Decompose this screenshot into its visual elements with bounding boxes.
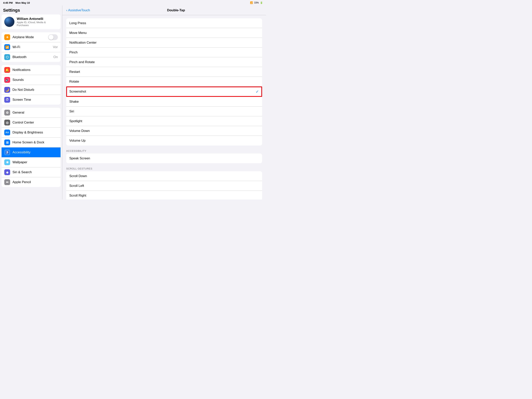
list-item-movemenu[interactable]: Move Menu	[66, 28, 262, 38]
sidebar-item-wifi[interactable]: 📶 Wi-Fi Vor	[1, 42, 61, 52]
status-bar: 4:45 PM Mon May 10 📶 33% 🔋	[0, 0, 266, 6]
wallpaper-icon: ❋	[4, 159, 10, 165]
screenshot-label: Screenshot	[69, 90, 86, 94]
list-item-restart[interactable]: Restart	[66, 67, 262, 77]
sidebar-item-airplane[interactable]: ✈ Airplane Mode	[1, 32, 61, 42]
content-area[interactable]: Long Press Move Menu Notification Center…	[62, 15, 266, 200]
scrollright-label: Scroll Right	[69, 194, 86, 198]
applepencil-icon: ✏	[4, 179, 10, 185]
avatar	[4, 17, 14, 27]
spotlight-label: Spotlight	[69, 119, 82, 123]
profile-section[interactable]: William Antonelli Apple ID, iCloud, Medi…	[1, 14, 61, 29]
sidebar-item-donotdisturb[interactable]: 🌙 Do Not Disturb	[1, 85, 61, 95]
notificationcenter-label: Notification Center	[69, 41, 97, 45]
donotdisturb-label: Do Not Disturb	[13, 88, 58, 92]
list-item-longpress[interactable]: Long Press	[66, 18, 262, 28]
sidebar-item-homescreen[interactable]: ⊞ Home Screen & Dock	[1, 138, 61, 148]
scrolldown-label: Scroll Down	[69, 174, 87, 178]
display-icon: AA	[4, 129, 10, 135]
accessibility-section-header: ACCESSIBILITY	[66, 149, 262, 154]
screentime-icon: ⏱	[4, 97, 10, 103]
accessibility-icon: ♿	[4, 149, 10, 155]
list-item-screenshot[interactable]: Screenshot ✓	[66, 86, 262, 97]
list-item-scrollright[interactable]: Scroll Right	[66, 191, 262, 200]
sidebar-item-screentime[interactable]: ⏱ Screen Time	[1, 95, 61, 105]
notifications-label: Notifications	[13, 68, 58, 72]
sidebar-item-wallpaper[interactable]: ❋ Wallpaper	[1, 157, 61, 167]
accessibility-list-group: Speak Screen	[66, 154, 262, 163]
sidebar-item-siri[interactable]: ◈ Siri & Search	[1, 167, 61, 177]
homescreen-icon: ⊞	[4, 140, 10, 145]
page-title: Double-Tap	[90, 8, 262, 12]
siri-label: Siri & Search	[13, 170, 58, 174]
back-button[interactable]: ‹ AssistiveTouch	[66, 8, 90, 12]
screentime-label: Screen Time	[13, 98, 58, 102]
sounds-icon: 🔊	[4, 77, 10, 83]
sidebar-item-sounds[interactable]: 🔊 Sounds	[1, 75, 61, 85]
list-item-scrollleft[interactable]: Scroll Left	[66, 181, 262, 191]
list-item-shake[interactable]: Shake	[66, 97, 262, 107]
nav-bar: ‹ AssistiveTouch Double-Tap	[62, 6, 266, 15]
general-icon: ⚙	[4, 110, 10, 116]
list-item-speakscreen[interactable]: Speak Screen	[66, 154, 262, 163]
bluetooth-label: Bluetooth	[13, 55, 51, 59]
sidebar-item-accessibility[interactable]: ♿ Accessibility	[1, 148, 61, 157]
bluetooth-icon: ⬡	[4, 54, 10, 60]
airplane-label: Airplane Mode	[13, 35, 46, 39]
list-item-notificationcenter[interactable]: Notification Center	[66, 38, 262, 48]
list-item-volumedown[interactable]: Volume Down	[66, 126, 262, 136]
speakscreen-label: Speak Screen	[69, 156, 90, 160]
volumedown-label: Volume Down	[69, 129, 90, 133]
pinch-label: Pinch	[69, 51, 78, 54]
scrollgestures-section-header: SCROLL GESTURES	[66, 167, 262, 171]
scrollgestures-list-group: Scroll Down Scroll Left Scroll Right	[66, 171, 262, 200]
wifi-icon: 📶	[250, 1, 253, 4]
main-list-group: Long Press Move Menu Notification Center…	[66, 18, 262, 146]
wifi-settings-icon: 📶	[4, 44, 10, 50]
accessibility-label: Accessibility	[13, 150, 58, 154]
sidebar-item-general[interactable]: ⚙ General	[1, 108, 61, 118]
siri-list-label: Siri	[69, 109, 74, 113]
applepencil-label: Apple Pencil	[13, 180, 58, 184]
back-label[interactable]: AssistiveTouch	[68, 8, 90, 12]
pinchandrotate-label: Pinch and Rotate	[69, 60, 95, 64]
wifi-value: Vor	[53, 45, 58, 49]
shake-label: Shake	[69, 100, 79, 104]
rotate-label: Rotate	[69, 80, 79, 84]
sidebar-item-notifications[interactable]: 🔔 Notifications	[1, 65, 61, 75]
list-item-pinchandrotate[interactable]: Pinch and Rotate	[66, 57, 262, 67]
sounds-label: Sounds	[13, 78, 58, 82]
sidebar-item-display[interactable]: AA Display & Brightness	[1, 128, 61, 138]
list-item-pinch[interactable]: Pinch	[66, 48, 262, 57]
battery-icon: 🔋	[260, 1, 263, 4]
siri-icon: ◈	[4, 169, 10, 175]
notifications-settings-group: 🔔 Notifications 🔊 Sounds 🌙 Do Not Distur…	[1, 65, 61, 105]
longpress-label: Long Press	[69, 21, 86, 25]
sidebar-title: Settings	[0, 6, 62, 14]
general-label: General	[13, 111, 58, 115]
scrollleft-label: Scroll Left	[69, 184, 84, 188]
main-layout: Settings William Antonelli Apple ID, iCl…	[0, 6, 266, 200]
right-panel: ‹ AssistiveTouch Double-Tap Long Press M…	[62, 6, 266, 200]
display-label: Display & Brightness	[13, 130, 58, 135]
wifi-label: Wi-Fi	[13, 45, 51, 49]
screenshot-checkmark: ✓	[256, 89, 259, 94]
airplane-toggle[interactable]	[48, 34, 58, 40]
list-item-siri[interactable]: Siri	[66, 107, 262, 116]
profile-name: William Antonelli	[17, 17, 58, 21]
status-time: 4:45 PM Mon May 10	[3, 1, 30, 4]
list-item-rotate[interactable]: Rotate	[66, 77, 262, 86]
donotdisturb-icon: 🌙	[4, 87, 10, 93]
sidebar-item-bluetooth[interactable]: ⬡ Bluetooth On	[1, 52, 61, 62]
status-icons: 📶 33% 🔋	[250, 1, 263, 4]
volumeup-label: Volume Up	[69, 139, 85, 143]
sidebar: Settings William Antonelli Apple ID, iCl…	[0, 6, 62, 200]
list-item-scrolldown[interactable]: Scroll Down	[66, 171, 262, 181]
sidebar-item-applepencil[interactable]: ✏ Apple Pencil	[1, 177, 61, 187]
list-item-volumeup[interactable]: Volume Up	[66, 136, 262, 146]
sidebar-item-controlcenter[interactable]: ◎ Control Center	[1, 118, 61, 128]
general-settings-group: ⚙ General ◎ Control Center AA Display & …	[1, 108, 61, 187]
notifications-icon: 🔔	[4, 67, 10, 73]
battery-level: 33%	[254, 1, 259, 4]
list-item-spotlight[interactable]: Spotlight	[66, 116, 262, 126]
